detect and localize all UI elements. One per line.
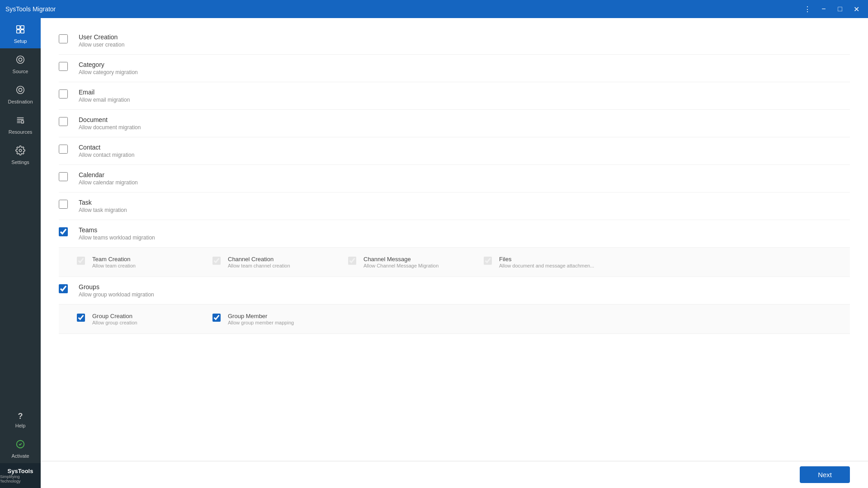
group-member-desc: Allow group member mapping <box>228 320 294 325</box>
sidebar-item-destination[interactable]: Destination <box>0 79 41 109</box>
next-button[interactable]: Next <box>800 466 850 483</box>
sidebar-item-help[interactable]: ? Help <box>0 405 41 433</box>
channel-creation-title: Channel Creation <box>228 256 290 263</box>
contact-checkbox[interactable] <box>59 145 68 154</box>
maximize-button[interactable]: □ <box>834 3 846 15</box>
svg-point-5 <box>19 58 22 61</box>
files-title: Files <box>499 256 594 263</box>
list-item: CalendarAllow calendar migration <box>59 165 850 192</box>
group-member-checkbox[interactable] <box>212 314 221 322</box>
svg-point-6 <box>17 86 24 94</box>
source-icon <box>15 55 25 67</box>
brand-name: SysTools <box>8 468 33 474</box>
svg-rect-2 <box>17 30 20 33</box>
team-creation-desc: Allow team creation <box>92 263 136 268</box>
svg-rect-3 <box>21 30 24 33</box>
email-checkbox[interactable] <box>59 89 68 99</box>
channel-message-text: Channel MessageAllow Channel Message Mig… <box>363 256 439 268</box>
sidebar-item-source[interactable]: Source <box>0 48 41 79</box>
group-creation-checkbox[interactable] <box>77 314 85 322</box>
document-title: Document <box>79 116 141 123</box>
channel-creation-checkbox <box>212 257 221 265</box>
group-creation-desc: Allow group creation <box>92 320 137 325</box>
list-item: ContactAllow contact migration <box>59 137 850 165</box>
user-creation-desc: Allow user creation <box>79 42 124 48</box>
user-creation-text: User CreationAllow user creation <box>79 33 124 48</box>
task-checkbox[interactable] <box>59 200 68 209</box>
activate-icon <box>15 439 25 451</box>
group-member-sub-item: Group MemberAllow group member mapping <box>212 310 348 328</box>
channel-creation-sub-item: Channel CreationAllow team channel creat… <box>212 253 348 271</box>
sidebar-item-setup[interactable]: Setup <box>0 18 41 48</box>
calendar-desc: Allow calendar migration <box>79 179 138 186</box>
user-creation-checkbox[interactable] <box>59 34 68 43</box>
checkbox-wrap <box>59 89 70 100</box>
calendar-title: Calendar <box>79 171 138 178</box>
task-title: Task <box>79 199 127 206</box>
close-button[interactable]: ✕ <box>850 3 863 15</box>
groups-text: GroupsAllow group workload migration <box>79 283 154 298</box>
contact-desc: Allow contact migration <box>79 152 134 158</box>
category-title: Category <box>79 61 138 68</box>
teams-sub-items: Team CreationAllow team creationChannel … <box>59 248 850 277</box>
group-creation-text: Group CreationAllow group creation <box>92 313 137 325</box>
groups-checkbox[interactable] <box>59 284 68 293</box>
groups-cb-wrap <box>59 284 70 295</box>
team-creation-cb-wrap <box>77 257 88 267</box>
sidebar-item-resources[interactable]: Resources <box>0 109 41 139</box>
email-text: EmailAllow email migration <box>79 89 130 103</box>
menu-button[interactable]: ⋮ <box>801 3 814 15</box>
minimize-button[interactable]: − <box>817 3 830 15</box>
checkbox-wrap <box>59 172 70 183</box>
checkbox-wrap <box>59 34 70 45</box>
checkbox-wrap <box>59 200 70 211</box>
list-item: EmailAllow email migration <box>59 82 850 110</box>
brand-tagline: Simplifying Technology <box>0 474 41 483</box>
channel-message-cb-wrap <box>348 257 359 267</box>
task-text: TaskAllow task migration <box>79 199 127 213</box>
app-body: Setup Source Destination <box>0 18 868 488</box>
checkbox-wrap <box>59 145 70 155</box>
svg-rect-8 <box>21 121 24 123</box>
channel-message-desc: Allow Channel Message Migration <box>363 263 439 268</box>
group-member-title: Group Member <box>228 313 294 319</box>
teams-title: Teams <box>79 226 155 234</box>
destination-label: Destination <box>8 99 33 104</box>
content-area: User CreationAllow user creationCategory… <box>41 18 868 461</box>
list-item: CategoryAllow category migration <box>59 55 850 82</box>
team-creation-text: Team CreationAllow team creation <box>92 256 136 268</box>
groups-desc: Allow group workload migration <box>79 291 154 298</box>
sidebar-item-activate[interactable]: Activate <box>0 433 41 463</box>
sidebar-bottom: ? Help Activate SysTools Simplifying Tec… <box>0 405 41 488</box>
help-icon: ? <box>18 412 23 421</box>
title-bar: SysTools Migrator ⋮ − □ ✕ <box>0 0 868 18</box>
teams-text: TeamsAllow teams workload migration <box>79 226 155 241</box>
groups-item: GroupsAllow group workload migration <box>59 277 850 305</box>
files-sub-item: FilesAllow document and message attachme… <box>484 253 619 271</box>
group-creation-title: Group Creation <box>92 313 137 319</box>
category-desc: Allow category migration <box>79 69 138 75</box>
svg-rect-1 <box>21 26 24 29</box>
settings-icon <box>15 145 25 158</box>
group-member-cb-wrap <box>212 314 223 324</box>
svg-rect-0 <box>17 26 20 29</box>
team-creation-sub-item: Team CreationAllow team creation <box>77 253 212 271</box>
files-checkbox <box>484 257 492 265</box>
channel-message-checkbox <box>348 257 356 265</box>
document-checkbox[interactable] <box>59 117 68 126</box>
category-text: CategoryAllow category migration <box>79 61 138 75</box>
email-title: Email <box>79 89 130 96</box>
checkbox-wrap <box>59 117 70 128</box>
resources-label: Resources <box>9 129 33 135</box>
category-checkbox[interactable] <box>59 62 68 71</box>
activate-label: Activate <box>11 453 29 459</box>
team-creation-title: Team Creation <box>92 256 136 263</box>
channel-creation-desc: Allow team channel creation <box>228 263 290 268</box>
files-desc: Allow document and message attachmen... <box>499 263 594 268</box>
bottom-bar: Next <box>41 461 868 488</box>
calendar-checkbox[interactable] <box>59 172 68 181</box>
teams-desc: Allow teams workload migration <box>79 235 155 241</box>
sidebar-item-settings[interactable]: Settings <box>0 139 41 169</box>
teams-checkbox[interactable] <box>59 227 68 236</box>
checkbox-wrap <box>59 62 70 73</box>
